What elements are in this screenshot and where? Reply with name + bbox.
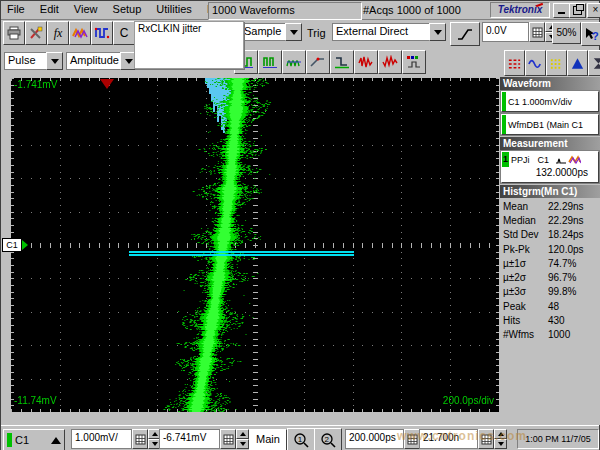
noise-measure-button[interactable] [354, 50, 378, 74]
chevron-up-icon [240, 432, 246, 436]
spin-up-button[interactable] [236, 429, 249, 439]
acquisition-mode-select[interactable]: Sample [240, 23, 302, 41]
timebase-label: 200.0ps/div [443, 395, 494, 406]
menu-edit[interactable]: Edit [34, 1, 65, 17]
close-button[interactable]: × [587, 3, 600, 18]
horizontal-scale-input[interactable]: 200.000ps [345, 429, 404, 449]
waveform-c1-button[interactable]: C1 1.000mV/div [501, 91, 599, 112]
histogram-statistics: Mean22.29ns Median22.29ns Std Dev18.24ps… [500, 199, 600, 342]
red-dashes-icon [507, 56, 522, 71]
keypad-icon [135, 434, 146, 445]
svg-text:1: 1 [297, 435, 302, 444]
toolbar-main: fx C [3, 21, 135, 45]
channel-position-marker[interactable]: C1 [2, 238, 28, 252]
channel-color-indicator [502, 115, 506, 134]
restore-icon [573, 6, 582, 15]
measurement-name: PPJi [511, 155, 530, 165]
waveform-style-button[interactable] [69, 21, 91, 45]
keypad-icon [481, 434, 492, 445]
spin-down-button[interactable] [236, 439, 249, 449]
channel-label: C1 [15, 434, 29, 446]
menu-setup[interactable]: Setup [107, 1, 148, 17]
trigger-level-control: 0.0V [482, 22, 558, 42]
measurement-type-select[interactable]: Amplitude [66, 52, 137, 70]
restore-button[interactable] [569, 3, 586, 18]
bowtie-icon [591, 56, 600, 71]
close-icon: × [593, 4, 599, 15]
keypad-button[interactable] [478, 429, 494, 449]
chevron-down-icon[interactable] [285, 23, 302, 41]
pulse-train-measure-button[interactable] [258, 50, 282, 74]
spin-down-button[interactable] [494, 439, 507, 449]
zoom2-button[interactable]: 2 [314, 428, 342, 450]
stat-row: µ±3σ99.8% [500, 285, 600, 299]
waveform-db1-button[interactable]: WfmDB1 (Main C1 [501, 114, 599, 135]
falling-edge-icon [334, 55, 350, 69]
histogram-panel-header: Histgrm(Mn C1) [500, 185, 600, 198]
measurement-source: C1 [538, 155, 550, 165]
tektronix-logo: Tektronix [490, 2, 550, 18]
formula-button[interactable]: fx [47, 21, 69, 45]
rising-edge-icon [457, 27, 473, 41]
timebase-main-button[interactable]: Main [249, 429, 287, 450]
tab-vector-display[interactable] [525, 50, 546, 76]
chevron-up-icon [498, 432, 504, 436]
chevron-down-icon[interactable] [46, 52, 63, 70]
edge-measure-button[interactable] [330, 50, 354, 74]
cursor-c-button[interactable]: C [113, 21, 135, 45]
magnifier-2-icon: 2 [320, 432, 337, 449]
print-button[interactable] [3, 21, 25, 45]
keypad-button[interactable] [404, 429, 420, 449]
tab-histogram-display[interactable] [567, 50, 588, 76]
help-pointer-button[interactable]: ? [581, 22, 600, 46]
fx-icon: fx [54, 26, 63, 41]
svg-text:2: 2 [324, 435, 329, 444]
vertical-offset-input[interactable]: -6.741mV [159, 429, 220, 449]
keypad-icon [532, 27, 543, 38]
blue-sine-icon [528, 56, 543, 71]
chevron-down-icon [240, 442, 246, 446]
stat-row: Peak48 [500, 299, 600, 313]
magnifier-1-icon: 1 [293, 432, 310, 449]
trigger-type-select[interactable]: External Direct [332, 23, 446, 41]
channel-select-button[interactable]: C1 [3, 429, 65, 450]
zoom1-button[interactable]: 1 [287, 428, 315, 450]
noise2-measure-button[interactable] [378, 50, 402, 74]
measurement-category-select[interactable]: Pulse [4, 52, 63, 70]
trigger-slope-button[interactable] [450, 22, 480, 46]
menu-file[interactable]: File [1, 1, 31, 17]
horizontal-position-input[interactable]: 21.700n [419, 429, 478, 449]
tab-dots-display[interactable] [504, 50, 525, 76]
sine-measure-button[interactable] [282, 50, 306, 74]
chevron-up-icon [51, 437, 61, 444]
spin-up-button[interactable] [494, 429, 507, 439]
bottom-voltage-label: -11.74mV [14, 395, 57, 406]
tab-raster-display[interactable] [546, 50, 567, 76]
horizontal-position-control: 21.700n [419, 429, 507, 449]
stat-row: Std Dev18.24ps [500, 228, 600, 242]
graticule-area: -1.741mV -11.74mV 200.0ps/div [11, 78, 499, 412]
keypad-icon [407, 434, 418, 445]
tools-button[interactable] [25, 21, 47, 45]
menu-utilities[interactable]: Utilities [150, 1, 197, 17]
waveform-count-status: 1000 Waveforms [208, 2, 362, 20]
vertical-scale-input[interactable]: 1.000mV/ [71, 429, 132, 449]
measurement-panel-header: Measurement [500, 137, 600, 150]
pulse-train-icon [262, 55, 278, 69]
ramp-measure-button[interactable] [306, 50, 330, 74]
keypad-button[interactable] [132, 429, 148, 449]
set-50-percent-button[interactable]: 50% [552, 22, 581, 44]
pattern-measure-button[interactable] [402, 50, 426, 74]
stat-row: Pk-Pk120.0ps [500, 242, 600, 256]
keypad-button[interactable] [220, 429, 236, 449]
keypad-button[interactable] [529, 22, 545, 42]
tools-icon [28, 26, 44, 40]
menu-view[interactable]: View [68, 1, 104, 17]
measurement-readout-button[interactable]: 1 PPJi C1 132.0000ps [501, 151, 599, 183]
trigger-level-input[interactable]: 0.0V [482, 22, 529, 42]
jitter-measure-button[interactable] [91, 21, 113, 45]
minimize-button[interactable] [553, 3, 570, 18]
ramp-icon [310, 55, 326, 69]
chevron-down-icon[interactable] [429, 23, 446, 41]
tab-xy-display[interactable] [588, 50, 600, 76]
